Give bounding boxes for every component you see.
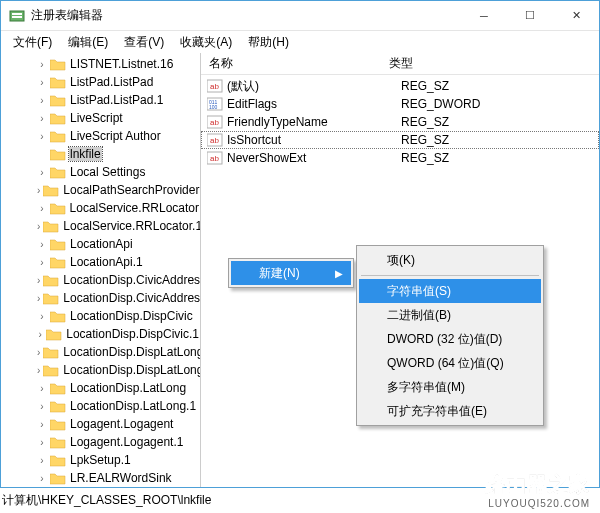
- context-menu-new[interactable]: 项(K)字符串值(S)二进制值(B)DWORD (32 位)值(D)QWORD …: [356, 245, 544, 426]
- folder-icon: [50, 201, 66, 215]
- tree-item-label: LiveScript: [69, 111, 124, 125]
- svg-marker-25: [50, 456, 65, 466]
- expand-icon[interactable]: ›: [37, 365, 40, 376]
- tree-item[interactable]: ›LocationDisp.DispCivic: [1, 307, 200, 325]
- value-row[interactable]: abFriendlyTypeNameREG_SZ: [201, 113, 599, 131]
- expand-icon[interactable]: ›: [37, 167, 47, 178]
- expand-icon[interactable]: ›: [37, 311, 47, 322]
- tree-item[interactable]: ›LocationDisp.LatLong: [1, 379, 200, 397]
- tree-item[interactable]: ›LISTNET.Listnet.16: [1, 55, 200, 73]
- ctx-item[interactable]: 多字符串值(M): [359, 375, 541, 399]
- menu-favorites[interactable]: 收藏夹(A): [172, 32, 240, 53]
- value-row[interactable]: ab(默认)REG_SZ: [201, 77, 599, 95]
- value-row[interactable]: abIsShortcutREG_SZ: [201, 131, 599, 149]
- maximize-button[interactable]: ☐: [507, 1, 553, 31]
- tree-item[interactable]: ›Logagent.Logagent.1: [1, 433, 200, 451]
- tree-item[interactable]: ›LR.EALRWordSink: [1, 469, 200, 487]
- tree-item[interactable]: ›LiveScript: [1, 109, 200, 127]
- svg-marker-24: [50, 438, 65, 448]
- folder-icon: [43, 363, 59, 377]
- expand-icon[interactable]: ›: [37, 401, 47, 412]
- tree-view[interactable]: ›LISTNET.Listnet.16›ListPad.ListPad›List…: [1, 53, 201, 487]
- titlebar[interactable]: 注册表编辑器 ─ ☐ ✕: [1, 1, 599, 31]
- folder-icon: [50, 255, 66, 269]
- list-header[interactable]: 名称 类型: [201, 53, 599, 75]
- value-type: REG_SZ: [401, 79, 599, 93]
- tree-item[interactable]: ›LocationDisp.CivicAddress.1: [1, 289, 200, 307]
- expand-icon[interactable]: ›: [37, 419, 47, 430]
- menubar: 文件(F) 编辑(E) 查看(V) 收藏夹(A) 帮助(H): [1, 31, 599, 53]
- tree-item[interactable]: ›LocationDisp.DispLatLong.1: [1, 361, 200, 379]
- expand-icon[interactable]: ›: [37, 455, 47, 466]
- minimize-button[interactable]: ─: [461, 1, 507, 31]
- folder-icon: [43, 273, 59, 287]
- close-button[interactable]: ✕: [553, 1, 599, 31]
- tree-item[interactable]: ›LocationDisp.LatLong.1: [1, 397, 200, 415]
- tree-item[interactable]: lnkfile: [1, 145, 200, 163]
- tree-item[interactable]: ›LocationApi: [1, 235, 200, 253]
- svg-text:100: 100: [209, 104, 218, 110]
- value-name: EditFlags: [227, 97, 397, 111]
- tree-item[interactable]: ›LocalPathSearchProvider: [1, 181, 200, 199]
- expand-icon[interactable]: ›: [37, 95, 47, 106]
- tree-item[interactable]: ›Local Settings: [1, 163, 200, 181]
- tree-item[interactable]: ›LocationDisp.DispCivic.1: [1, 325, 200, 343]
- expand-icon[interactable]: ›: [37, 59, 47, 70]
- tree-item[interactable]: ›Logagent.Logagent: [1, 415, 200, 433]
- tree-item[interactable]: ›ListPad.ListPad: [1, 73, 200, 91]
- svg-marker-17: [50, 312, 65, 322]
- svg-marker-18: [46, 330, 61, 340]
- ctx-item[interactable]: 项(K): [359, 248, 541, 272]
- tree-item[interactable]: ›ListPad.ListPad.1: [1, 91, 200, 109]
- expand-icon[interactable]: ›: [37, 113, 47, 124]
- menu-help[interactable]: 帮助(H): [240, 32, 297, 53]
- svg-text:ab: ab: [210, 118, 219, 127]
- ctx-item[interactable]: 可扩充字符串值(E): [359, 399, 541, 423]
- tree-item[interactable]: ›LocationDisp.DispLatLong: [1, 343, 200, 361]
- expand-icon[interactable]: ›: [37, 77, 47, 88]
- expand-icon[interactable]: ›: [37, 185, 40, 196]
- expand-icon[interactable]: ›: [37, 347, 40, 358]
- folder-icon: [43, 345, 59, 359]
- value-row[interactable]: abNeverShowExtREG_SZ: [201, 149, 599, 167]
- expand-icon[interactable]: ›: [37, 275, 40, 286]
- folder-icon: [50, 471, 66, 485]
- menu-edit[interactable]: 编辑(E): [60, 32, 116, 53]
- value-row[interactable]: 011100EditFlagsREG_DWORD: [201, 95, 599, 113]
- value-type-icon: ab: [207, 115, 223, 129]
- tree-item-label: LocalService.RRLocator.1: [62, 219, 201, 233]
- tree-item[interactable]: ›LpkSetup.1: [1, 451, 200, 469]
- ctx-item[interactable]: DWORD (32 位)值(D): [359, 327, 541, 351]
- tree-item[interactable]: ›LocationApi.1: [1, 253, 200, 271]
- expand-icon[interactable]: ›: [37, 239, 47, 250]
- expand-icon[interactable]: ›: [37, 329, 43, 340]
- col-name[interactable]: 名称: [201, 53, 381, 74]
- window-title: 注册表编辑器: [31, 7, 461, 24]
- ctx-item[interactable]: QWORD (64 位)值(Q): [359, 351, 541, 375]
- expand-icon[interactable]: ›: [37, 203, 47, 214]
- expand-icon[interactable]: ›: [37, 437, 47, 448]
- ctx-item[interactable]: 字符串值(S): [359, 279, 541, 303]
- expand-icon[interactable]: ›: [37, 383, 47, 394]
- tree-item-label: LocationDisp.DispCivic.1: [65, 327, 200, 341]
- expand-icon[interactable]: ›: [37, 473, 47, 484]
- svg-marker-22: [50, 402, 65, 412]
- tree-item[interactable]: ›LocalService.RRLocator.1: [1, 217, 200, 235]
- expand-icon[interactable]: ›: [37, 131, 47, 142]
- tree-item-label: LocationDisp.DispLatLong.1: [62, 363, 201, 377]
- expand-icon[interactable]: ›: [37, 257, 47, 268]
- expand-icon[interactable]: ›: [37, 221, 40, 232]
- menu-view[interactable]: 查看(V): [116, 32, 172, 53]
- expand-icon[interactable]: ›: [37, 293, 40, 304]
- submenu-arrow-icon: ▶: [335, 268, 343, 279]
- tree-item[interactable]: ›LocalService.RRLocator: [1, 199, 200, 217]
- tree-item[interactable]: ›LocationDisp.CivicAddress: [1, 271, 200, 289]
- svg-text:ab: ab: [210, 154, 219, 163]
- col-type[interactable]: 类型: [381, 53, 599, 74]
- menu-file[interactable]: 文件(F): [5, 32, 60, 53]
- tree-item[interactable]: ›LiveScript Author: [1, 127, 200, 145]
- tree-item-label: LiveScript Author: [69, 129, 162, 143]
- ctx-new[interactable]: 新建(N) ▶: [231, 261, 351, 285]
- ctx-item[interactable]: 二进制值(B): [359, 303, 541, 327]
- context-menu-primary[interactable]: 新建(N) ▶: [228, 258, 354, 288]
